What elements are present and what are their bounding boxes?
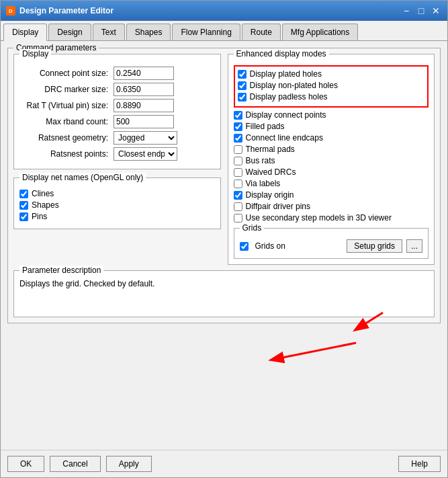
drc-marker-input[interactable] (114, 83, 174, 96)
display-sub-label: Display (19, 49, 51, 58)
ratsnest-geometry-select[interactable]: Jogged Straight (114, 131, 177, 145)
ratsnest-points-label: Ratsnest points: (19, 149, 114, 159)
diffpair-driver-pins-checkbox[interactable] (234, 202, 242, 211)
right-column: Enhanced display modes Display plated ho… (228, 54, 435, 265)
grids-on-checkbox[interactable] (240, 242, 249, 251)
display-origin-row: Display origin (234, 190, 429, 200)
param-desc-group: Parameter description Displays the grid.… (13, 270, 435, 317)
pins-row: Pins (19, 212, 215, 221)
tab-design[interactable]: Design (48, 24, 91, 40)
filled-pads-row: Filled pads (234, 122, 429, 131)
rat-t-input[interactable] (114, 99, 174, 112)
display-padless-holes-label: Display padless holes (250, 92, 328, 102)
shapes-checkbox[interactable] (19, 201, 28, 210)
max-rband-input[interactable] (114, 115, 174, 128)
grids-group: Grids Grids on Setup grids ... (234, 228, 429, 259)
secondary-step-models-label: Use secondary step models in 3D viewer (246, 213, 392, 223)
secondary-step-models-checkbox[interactable] (234, 214, 242, 223)
connect-line-endcaps-checkbox[interactable] (234, 134, 242, 143)
waived-drcs-label: Waived DRCs (246, 167, 296, 177)
ratsnest-geometry-label: Ratsnest geometry: (19, 133, 114, 143)
app-icon: D (6, 6, 15, 15)
maximize-button[interactable]: □ (415, 5, 427, 17)
diffpair-driver-pins-row: Diffpair driver pins (234, 202, 429, 211)
ratsnest-geometry-row: Ratsnest geometry: Jogged Straight (19, 131, 215, 145)
max-rband-row: Max rband count: (19, 115, 215, 128)
bus-rats-checkbox[interactable] (234, 157, 242, 165)
grids-row: Grids on Setup grids ... (240, 239, 423, 253)
enhanced-group: Enhanced display modes Display plated ho… (228, 54, 435, 265)
pins-label: Pins (32, 212, 47, 221)
display-padless-holes-row: Display padless holes (238, 92, 425, 102)
clines-row: Clines (19, 189, 215, 198)
thermal-pads-row: Thermal pads (234, 145, 429, 154)
connect-line-endcaps-row: Connect line endcaps (234, 133, 429, 143)
bus-rats-row: Bus rats (234, 156, 429, 165)
grids-buttons: Setup grids ... (347, 239, 422, 253)
apply-button[interactable]: Apply (106, 456, 152, 472)
grids-label: Grids (240, 223, 265, 233)
display-non-plated-holes-checkbox[interactable] (238, 81, 247, 90)
help-button[interactable]: Help (398, 456, 441, 472)
command-params-group: Command parameters Display Connect point… (7, 48, 441, 323)
display-non-plated-holes-row: Display non-plated holes (238, 81, 425, 90)
tab-route[interactable]: Route (242, 24, 281, 40)
display-plated-holes-label: Display plated holes (250, 69, 322, 79)
grids-on-label: Grids on (255, 241, 285, 251)
display-origin-label: Display origin (246, 190, 294, 200)
display-net-label: Display net names (OpenGL only) (19, 173, 146, 182)
clines-checkbox[interactable] (19, 190, 28, 198)
tab-mfg-applications[interactable]: Mfg Applications (282, 24, 358, 40)
ok-button[interactable]: OK (7, 456, 44, 472)
dots-button[interactable]: ... (406, 239, 422, 253)
display-padless-holes-checkbox[interactable] (238, 93, 247, 102)
shapes-label: Shapes (32, 200, 59, 210)
display-non-plated-holes-label: Display non-plated holes (250, 81, 338, 90)
diffpair-driver-pins-label: Diffpair driver pins (246, 202, 310, 211)
drc-marker-row: DRC marker size: (19, 83, 215, 96)
setup-grids-button[interactable]: Setup grids (347, 239, 402, 253)
cancel-button[interactable]: Cancel (50, 456, 100, 472)
display-plated-holes-row: Display plated holes (238, 69, 425, 79)
param-desc-text: Displays the grid. Checked by default. (19, 276, 429, 288)
tab-flow-planning[interactable]: Flow Planning (172, 24, 240, 40)
minimize-button[interactable]: − (400, 5, 412, 17)
drc-marker-label: DRC marker size: (19, 85, 114, 94)
display-connect-points-label: Display connect points (246, 110, 326, 120)
bottom-buttons: OK Cancel Apply Help (1, 450, 447, 477)
connect-point-input[interactable] (114, 67, 174, 80)
main-window: D Design Parameter Editor − □ ✕ Display … (0, 0, 448, 478)
title-bar: D Design Parameter Editor − □ ✕ (1, 1, 447, 21)
close-button[interactable]: ✕ (430, 5, 442, 17)
display-net-group: Display net names (OpenGL only) Clines S… (13, 177, 221, 229)
thermal-pads-checkbox[interactable] (234, 145, 242, 154)
display-connect-points-row: Display connect points (234, 110, 429, 120)
via-labels-checkbox[interactable] (234, 180, 242, 188)
via-labels-row: Via labels (234, 179, 429, 188)
filled-pads-label: Filled pads (246, 122, 285, 131)
tab-display[interactable]: Display (3, 24, 47, 41)
title-bar-left: D Design Parameter Editor (6, 6, 114, 15)
via-labels-label: Via labels (246, 179, 281, 188)
display-connect-points-checkbox[interactable] (234, 111, 242, 120)
display-plated-holes-checkbox[interactable] (238, 70, 247, 79)
left-column: Display Connect point size: DRC marker s… (13, 54, 221, 265)
filled-pads-checkbox[interactable] (234, 122, 242, 131)
connect-line-endcaps-label: Connect line endcaps (246, 133, 323, 143)
waived-drcs-checkbox[interactable] (234, 168, 242, 177)
tab-shapes[interactable]: Shapes (126, 24, 171, 40)
title-controls: − □ ✕ (400, 5, 442, 17)
rat-t-label: Rat T (Virtual pin) size: (19, 101, 114, 110)
waived-drcs-row: Waived DRCs (234, 167, 429, 177)
window-title: Design Parameter Editor (19, 6, 114, 15)
content-area: Command parameters Display Connect point… (1, 41, 447, 450)
clines-label: Clines (32, 189, 54, 198)
tab-text[interactable]: Text (93, 24, 125, 40)
rat-t-row: Rat T (Virtual pin) size: (19, 99, 215, 112)
ratsnest-points-select[interactable]: Closest endpoint From center (114, 147, 177, 161)
pins-checkbox[interactable] (19, 212, 28, 221)
ratsnest-points-row: Ratsnest points: Closest endpoint From c… (19, 147, 215, 161)
display-origin-checkbox[interactable] (234, 191, 242, 200)
two-column-layout: Display Connect point size: DRC marker s… (13, 54, 435, 265)
param-desc-label: Parameter description (19, 266, 103, 275)
